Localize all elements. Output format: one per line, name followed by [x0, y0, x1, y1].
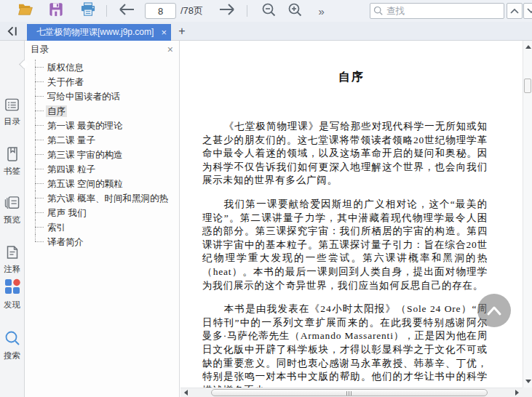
toc-item-label: 第一课 最美的理论 [46, 120, 124, 132]
scroll-up-arrow-icon[interactable] [525, 45, 531, 49]
sidebar-item-bookmarks[interactable]: 书签 [0, 147, 24, 177]
next-page-button[interactable] [218, 1, 237, 20]
tab-title: 七堂极简物理课[www.j9p.com] [36, 26, 158, 39]
more-tools-button[interactable]: » [311, 1, 330, 20]
document-tab[interactable]: 七堂极简物理课[www.j9p.com] × [27, 24, 171, 41]
main-toolbar: /78页 » [0, 0, 532, 22]
toc-item-label: 第二课 量子 [46, 135, 97, 146]
toc-item-label: 版权信息 [46, 62, 85, 73]
arrow-right-icon [218, 3, 236, 19]
toc-panel-title: 目录 [31, 44, 167, 56]
toc-item-label: 自序 [46, 105, 67, 117]
sidebar-item-annotations[interactable]: 注释 [0, 245, 24, 275]
horizontal-scrollbar[interactable] [180, 388, 523, 397]
scroll-right-arrow-icon[interactable] [515, 390, 519, 396]
sidebar-item-search[interactable]: 搜索 [0, 330, 24, 361]
preview-pages-icon [4, 200, 20, 212]
toc-item[interactable]: 尾声 我们 [35, 205, 178, 220]
page-total-label: /78页 [180, 4, 203, 17]
toc-item[interactable]: 版权信息 [35, 60, 178, 74]
chevrons-right-icon: » [318, 5, 323, 17]
toc-item[interactable]: 第六课 概率、时间和黑洞的热 [35, 191, 178, 205]
paragraph: 本书是由我发表在《24小时太阳报》（Sole 24 Ore）“周日特刊”中的一系… [202, 302, 488, 388]
bookmark-icon [5, 151, 20, 164]
toolbar-separator [247, 5, 247, 17]
scrollbar-corner [523, 388, 532, 397]
search-icon [373, 6, 384, 16]
toc-item-label: 关于作者 [46, 76, 85, 88]
save-button[interactable] [47, 1, 65, 20]
open-file-button[interactable] [16, 1, 35, 20]
close-icon[interactable]: × [167, 44, 173, 55]
folder-open-icon [17, 3, 33, 19]
toc-item-label: 第六课 概率、时间和黑洞的热 [46, 193, 170, 204]
discover-icon [4, 285, 21, 297]
print-button[interactable] [79, 1, 98, 20]
toolbar-separator [106, 5, 107, 17]
vertical-scrollbar[interactable] [523, 41, 532, 388]
toc-item[interactable]: 写给中国读者的话 [35, 89, 178, 103]
toc-item[interactable]: 第三课 宇宙的构造 [35, 147, 178, 161]
find-previous-button[interactable] [507, 3, 523, 19]
toc-list-icon [4, 102, 20, 114]
sidebar-item-label: 注释 [0, 264, 24, 275]
paragraph: 《七堂极简物理课》是写给那些对现代科学一无所知或知之甚少的朋友们的。这七堂课将带… [202, 120, 488, 188]
toc-item[interactable]: 译者简介 [35, 234, 178, 249]
sidebar-item-label: 预览 [0, 214, 24, 225]
previous-page-button[interactable] [117, 1, 136, 20]
toc-panel-header: 目录 × [25, 41, 179, 58]
zoom-out-button[interactable] [259, 1, 278, 20]
toc-item[interactable]: 索引 [35, 220, 178, 234]
sidebar-item-label: 书签 [0, 166, 24, 177]
zoom-in-icon [287, 2, 303, 20]
sidebar-item-toc[interactable]: 目录 [0, 97, 24, 127]
scroll-left-arrow-icon[interactable] [184, 390, 188, 396]
toc-tree: 版权信息 关于作者 写给中国读者的话 自序 第一课 最美的理论 第二课 量子 第… [35, 60, 178, 249]
chevron-up-icon [485, 303, 504, 318]
sidebar-item-discover[interactable]: 发现 [0, 278, 24, 310]
sidebar-item-label: 发现 [0, 300, 24, 310]
toc-item[interactable]: 关于作者 [35, 74, 178, 89]
annotation-icon [5, 249, 20, 262]
page-title: 自序 [180, 70, 523, 85]
tab-bar: 七堂极简物理课[www.j9p.com] × + [0, 22, 532, 41]
find-next-button[interactable] [523, 3, 532, 19]
vertical-scroll-thumb[interactable] [524, 79, 531, 93]
back-to-top-button[interactable] [477, 294, 511, 327]
collapse-tabs-button[interactable] [4, 24, 20, 39]
sidebar-item-preview[interactable]: 预览 [0, 196, 24, 225]
toc-item-label: 第三课 宇宙的构造 [46, 149, 124, 161]
toc-item[interactable]: 第四课 粒子 [35, 161, 178, 176]
chevron-left-bar-icon [7, 25, 19, 37]
toc-item[interactable]: 第一课 最美的理论 [35, 118, 178, 132]
find-bar [370, 3, 504, 19]
zoom-out-icon [261, 2, 277, 20]
zoom-in-button[interactable] [285, 1, 304, 20]
sidebar-item-label: 搜索 [0, 350, 24, 361]
navigation-sidebar: 目录 书签 预览 [0, 41, 25, 397]
toc-item-label: 索引 [46, 222, 67, 233]
toc-item[interactable]: 第二课 量子 [35, 132, 178, 147]
page-number-input[interactable] [145, 3, 176, 19]
printer-icon [80, 2, 96, 20]
find-input[interactable] [386, 6, 501, 16]
scroll-grip-icon [346, 391, 353, 396]
toc-item-label: 尾声 我们 [46, 207, 87, 219]
toc-item-label: 写给中国读者的话 [46, 91, 122, 103]
save-floppy-icon [49, 2, 63, 20]
new-tab-button[interactable]: + [175, 24, 189, 39]
toc-item[interactable]: 第五课 空间的颗粒 [35, 176, 178, 191]
arrow-left-icon [118, 3, 135, 19]
toc-item-selected[interactable]: 自序 [35, 103, 178, 118]
document-page: 自序 《七堂极简物理课》是写给那些对现代科学一无所知或知之甚少的朋友们的。这七堂… [180, 41, 523, 388]
toc-item-label: 第四课 粒子 [46, 164, 97, 175]
paragraph: 我们第一课要献给爱因斯坦的广义相对论，这个“最美的理论”。第二课讲量子力学，其中… [202, 198, 488, 292]
toc-item-label: 第五课 空间的颗粒 [46, 178, 124, 190]
toc-item-label: 译者简介 [46, 236, 85, 248]
scroll-down-arrow-icon[interactable] [525, 380, 531, 383]
tab-close-icon[interactable]: × [161, 28, 167, 37]
toc-panel: 目录 × 版权信息 关于作者 写给中国读者的话 自序 第一课 最美的理论 第二课… [25, 41, 180, 397]
search-icon [4, 336, 20, 348]
sidebar-item-label: 目录 [0, 116, 24, 127]
horizontal-scroll-thumb[interactable] [211, 389, 488, 396]
